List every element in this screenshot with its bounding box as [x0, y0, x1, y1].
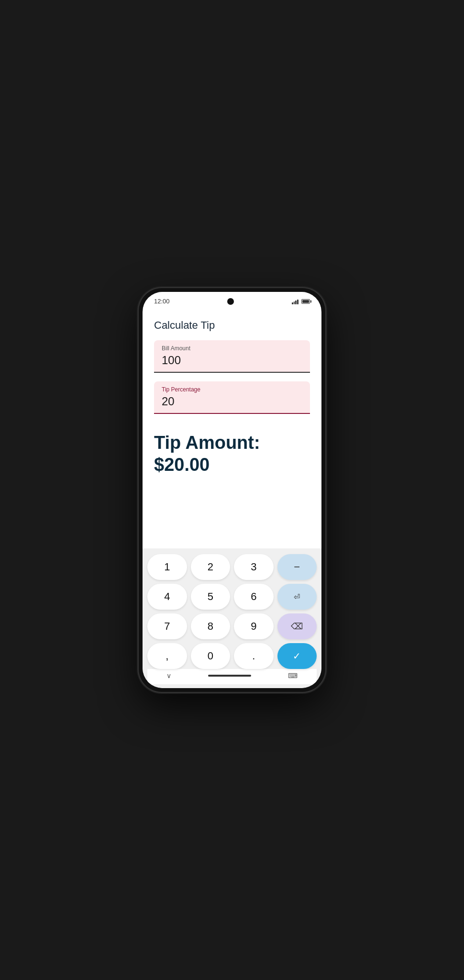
key-8[interactable]: 8 — [191, 613, 231, 639]
key-7[interactable]: 7 — [147, 613, 187, 639]
status-time: 12:00 — [154, 298, 170, 305]
keyboard-area: 1 2 3 − 4 5 6 ⏎ 7 8 9 ⌫ , 0 . — [143, 548, 321, 688]
key-4[interactable]: 4 — [147, 584, 187, 610]
tip-percentage-value: 20 — [162, 395, 302, 408]
key-dot[interactable]: . — [234, 643, 274, 669]
key-tab[interactable]: ⏎ — [277, 584, 317, 610]
key-minus[interactable]: − — [277, 554, 317, 580]
key-5[interactable]: 5 — [191, 584, 231, 610]
key-confirm[interactable]: ✓ — [277, 643, 317, 669]
signal-icon — [292, 299, 298, 304]
phone-frame: 12:00 Calculate Tip Bill Amount 10 — [139, 288, 325, 692]
key-comma[interactable]: , — [147, 643, 187, 669]
keyboard-grid: 1 2 3 − 4 5 6 ⏎ 7 8 9 ⌫ , 0 . — [147, 554, 317, 669]
key-9[interactable]: 9 — [234, 613, 274, 639]
bill-amount-field[interactable]: Bill Amount 100 — [154, 340, 310, 373]
tip-percentage-label: Tip Percentage — [162, 386, 302, 393]
tip-result: Tip Amount: $20.00 — [154, 428, 310, 479]
key-6[interactable]: 6 — [234, 584, 274, 610]
tip-percentage-field[interactable]: Tip Percentage 20 — [154, 381, 310, 414]
bottom-bar: ∨ ⌨ — [147, 669, 317, 684]
bill-amount-value: 100 — [162, 354, 302, 367]
status-bar: 12:00 — [143, 292, 321, 308]
key-3[interactable]: 3 — [234, 554, 274, 580]
status-icons — [292, 299, 310, 304]
keyboard-switch-icon[interactable]: ⌨ — [288, 672, 298, 679]
backspace-icon: ⌫ — [291, 621, 303, 632]
battery-icon — [301, 299, 310, 304]
main-content: Calculate Tip Bill Amount 100 Tip Percen… — [143, 308, 321, 548]
app-title: Calculate Tip — [154, 319, 310, 332]
key-0[interactable]: 0 — [191, 643, 231, 669]
bill-amount-label: Bill Amount — [162, 345, 302, 352]
phone-screen: 12:00 Calculate Tip Bill Amount 10 — [143, 292, 321, 688]
home-bar — [208, 675, 251, 677]
key-2[interactable]: 2 — [191, 554, 231, 580]
camera-notch — [227, 298, 234, 305]
key-backspace[interactable]: ⌫ — [277, 613, 317, 639]
check-icon: ✓ — [293, 650, 301, 662]
key-1[interactable]: 1 — [147, 554, 187, 580]
chevron-down-icon[interactable]: ∨ — [166, 672, 171, 679]
tip-amount-display: Tip Amount: $20.00 — [154, 432, 310, 476]
